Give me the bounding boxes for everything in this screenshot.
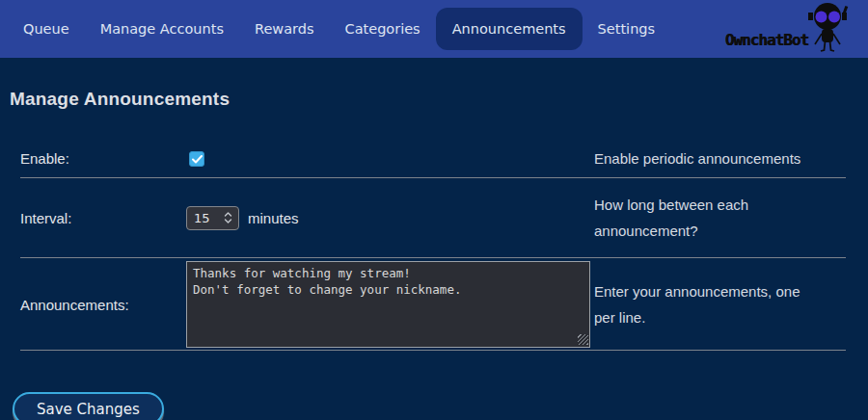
- interval-label: Interval:: [20, 178, 186, 258]
- form-row-interval: Interval: minutes How long between each …: [20, 178, 846, 258]
- form-row-announcements: Announcements: Thanks for watching my st…: [20, 258, 846, 351]
- navbar: Queue Manage Accounts Rewards Categories…: [0, 0, 868, 58]
- checkmark-icon: [192, 150, 203, 167]
- nav-item-rewards[interactable]: Rewards: [239, 8, 330, 50]
- nav-item-announcements[interactable]: Announcements: [436, 8, 583, 50]
- enable-help-text: Enable periodic announcements: [594, 145, 822, 171]
- announcements-label: Announcements:: [20, 258, 186, 351]
- robot-mascot-icon: [802, 0, 854, 56]
- nav-item-manage-accounts[interactable]: Manage Accounts: [85, 8, 239, 50]
- nav-item-categories[interactable]: Categories: [330, 8, 436, 50]
- interval-help-text: How long between each announcement?: [594, 192, 822, 244]
- announcements-form: Enable: Enable periodic announcements In…: [20, 141, 846, 351]
- logo: OwnchatBot: [725, 0, 854, 58]
- enable-label: Enable:: [20, 141, 186, 178]
- interval-spinner[interactable]: [186, 206, 239, 230]
- page-title: Manage Announcements: [10, 89, 868, 110]
- announcements-textarea[interactable]: Thanks for watching my stream! Don't for…: [186, 261, 590, 348]
- form-row-enable: Enable: Enable periodic announcements: [20, 141, 846, 178]
- logo-text: OwnchatBot: [725, 31, 808, 49]
- announcements-help-text: Enter your announcements, one per line.: [594, 278, 822, 330]
- interval-unit-label: minutes: [248, 210, 299, 226]
- save-changes-button[interactable]: Save Changes: [13, 392, 164, 420]
- nav-item-queue[interactable]: Queue: [8, 8, 85, 50]
- interval-input[interactable]: [187, 211, 216, 225]
- spinner-arrows-icon[interactable]: [224, 211, 238, 224]
- enable-checkbox[interactable]: [189, 151, 204, 167]
- nav-item-settings[interactable]: Settings: [583, 8, 670, 50]
